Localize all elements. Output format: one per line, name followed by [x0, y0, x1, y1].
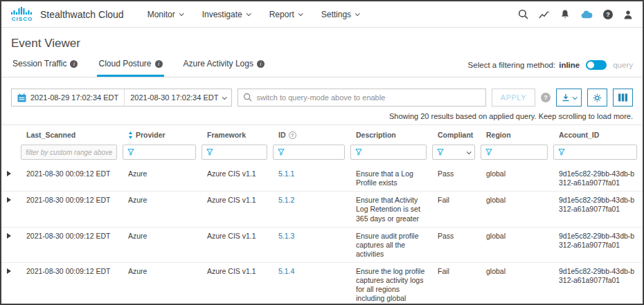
columns-icon [618, 93, 627, 102]
cell-region: global [481, 263, 553, 305]
date-start-segment[interactable]: 2021-08-29 17:02:34 EDT [12, 89, 124, 106]
menu-report[interactable]: Report [269, 10, 302, 19]
table-filter-row [1, 143, 643, 165]
menu-investigate[interactable]: Investigate [202, 10, 250, 19]
table-header-row: Last_Scanned Provider Framework ID? Desc… [1, 125, 643, 144]
main-menu: Monitor Investigate Report Settings [147, 10, 359, 19]
cisco-logo[interactable]: CISCO [11, 6, 33, 22]
navbar-icons: ? [518, 9, 633, 19]
chevron-down-icon [179, 11, 184, 16]
tab-session-traffic[interactable]: Session Traffic i [11, 59, 79, 77]
menu-settings[interactable]: Settings [321, 10, 359, 19]
filter-id [273, 143, 350, 165]
col-region-label: Region [486, 131, 511, 139]
menu-monitor[interactable]: Monitor [147, 10, 183, 19]
cell-id: 5.1.1 [273, 165, 350, 192]
filtering-method-toggle[interactable] [586, 60, 607, 70]
user-icon[interactable] [623, 10, 633, 19]
account-id-filter[interactable] [553, 145, 637, 160]
search-icon[interactable] [518, 9, 528, 19]
cell-framework: Azure CIS v1.1 [202, 165, 273, 192]
tab-azure-activity-logs-label: Azure Activity Logs [184, 59, 253, 68]
date-range-picker[interactable]: 2021-08-29 17:02:34 EDT 2021-08-30 17:02… [11, 89, 232, 107]
download-button[interactable] [556, 89, 582, 107]
filter-provider [123, 143, 202, 165]
cell-description: Ensure that a Log Profile exists [350, 165, 432, 192]
bell-icon[interactable] [560, 9, 570, 19]
date-end-segment[interactable]: 2021-08-30 17:02:34 EDT [124, 89, 231, 106]
info-icon[interactable]: i [257, 60, 265, 68]
info-icon[interactable]: i [70, 60, 78, 68]
calendar-icon [17, 93, 26, 102]
funnel-icon [485, 149, 492, 156]
expand-caret-icon[interactable] [7, 268, 11, 274]
settings-button[interactable] [587, 89, 607, 107]
menu-investigate-label: Investigate [202, 10, 242, 19]
tab-cloud-posture[interactable]: Cloud Posture i [97, 59, 163, 77]
tab-azure-activity-logs[interactable]: Azure Activity Logs i [182, 59, 266, 77]
filter-description [350, 143, 432, 165]
expand-cell [1, 165, 21, 192]
cell-last-scanned: 2021-08-30 00:09:12 EDT [21, 192, 123, 227]
id-link[interactable]: 5.1.1 [278, 169, 294, 178]
query-search-input[interactable] [238, 89, 485, 107]
expand-caret-icon[interactable] [7, 233, 11, 239]
filter-compliant [432, 143, 481, 165]
table-body: 2021-08-30 00:09:12 EDT Azure Azure CIS … [1, 165, 643, 305]
query-help-icon[interactable]: ? [541, 93, 551, 102]
region-filter[interactable] [481, 145, 548, 160]
tab-cloud-posture-label: Cloud Posture [98, 59, 151, 68]
date-start-value: 2021-08-29 17:02:34 EDT [30, 93, 118, 102]
funnel-icon [206, 149, 213, 156]
funnel-icon [278, 149, 285, 156]
col-account-id-label: Account_ID [559, 131, 599, 139]
cell-compliant: Fail [432, 263, 481, 305]
cisco-logo-bars [11, 6, 33, 15]
toggle-knob [587, 62, 594, 68]
filter-account-id [553, 143, 643, 165]
cell-provider: Azure [123, 227, 202, 262]
compliant-filter-select[interactable] [432, 145, 475, 160]
chevron-down-icon [246, 11, 251, 16]
cell-region: global [481, 227, 553, 262]
col-region: Region [481, 125, 553, 144]
cell-account-id: 9d1e5c82-29bb-43db-b312-a61a9077fa01 [553, 263, 643, 305]
framework-filter[interactable] [202, 145, 267, 160]
description-filter[interactable] [350, 145, 427, 160]
col-description: Description [350, 125, 432, 144]
expand-caret-icon[interactable] [7, 171, 11, 176]
query-toolbar: 2021-08-29 17:02:34 EDT 2021-08-30 17:02… [11, 89, 633, 107]
col-provider[interactable]: Provider [123, 125, 202, 144]
cloud-icon[interactable] [580, 10, 593, 19]
gear-icon [593, 93, 602, 102]
table-row: 2021-08-30 00:09:12 EDT Azure Azure CIS … [1, 263, 643, 305]
col-id-label: ID [278, 131, 286, 139]
expand-cell [1, 227, 21, 262]
col-framework-label: Framework [207, 131, 246, 139]
help-icon[interactable]: ? [603, 10, 613, 19]
events-table: Last_Scanned Provider Framework ID? Desc… [1, 124, 643, 305]
cell-framework: Azure CIS v1.1 [202, 192, 273, 227]
id-link[interactable]: 5.1.4 [278, 267, 294, 275]
query-search-wrap [238, 89, 485, 107]
id-help-icon[interactable]: ? [289, 131, 296, 139]
sort-icon[interactable] [128, 131, 133, 139]
col-last-scanned: Last_Scanned [21, 125, 123, 144]
cell-id: 5.1.2 [273, 192, 350, 227]
cell-region: global [481, 165, 553, 192]
columns-button[interactable] [613, 89, 633, 107]
id-link[interactable]: 5.1.2 [278, 196, 294, 204]
provider-filter[interactable] [123, 145, 196, 160]
expand-caret-icon[interactable] [7, 197, 11, 203]
last-scanned-filter-input[interactable] [21, 145, 117, 160]
id-link[interactable]: 5.1.3 [278, 232, 294, 240]
id-filter[interactable] [273, 145, 345, 160]
activity-chart-icon[interactable] [539, 10, 550, 19]
apply-button[interactable]: APPLY [492, 89, 535, 107]
cell-account-id: 9d1e5c82-29bb-43db-b312-a61a9077fa01 [553, 192, 643, 227]
funnel-icon [437, 149, 444, 156]
cell-provider: Azure [123, 165, 202, 192]
info-icon[interactable]: i [155, 60, 163, 68]
funnel-icon [355, 149, 362, 156]
app-brand: Stealthwatch Cloud [40, 9, 124, 20]
